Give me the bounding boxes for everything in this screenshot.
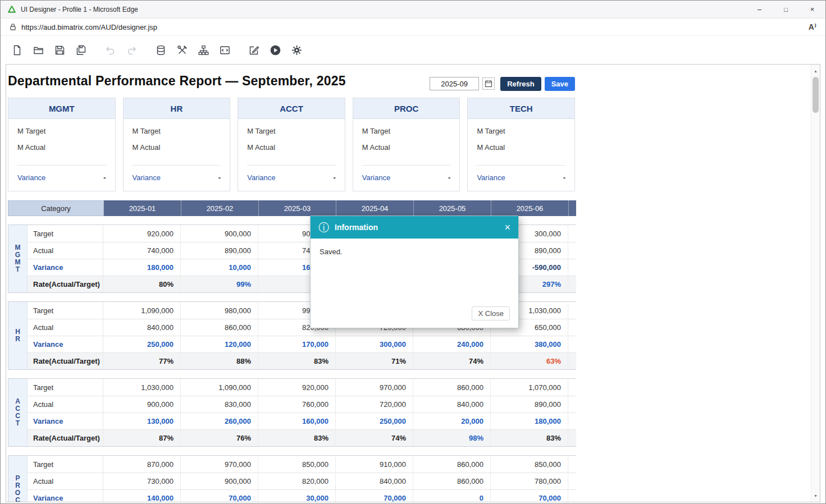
run-button[interactable] — [267, 42, 284, 58]
card-variance-label: Variance — [133, 173, 161, 182]
open-file-button[interactable] — [30, 42, 47, 58]
settings-button[interactable] — [288, 42, 305, 58]
row-label: Rate(Actual/Target) — [28, 353, 103, 369]
value-cell-clipped — [568, 353, 576, 369]
dialog-close-x-icon[interactable]: × — [504, 222, 510, 232]
maximize-button[interactable]: □ — [773, 1, 799, 18]
value-cell: 720,000 — [336, 396, 413, 413]
value-cell: 860,000 — [413, 473, 491, 489]
value-cell: 900,000 — [103, 396, 181, 413]
page-title: Departmental Performance Report — Septem… — [8, 74, 346, 89]
code-view-icon — [220, 45, 230, 56]
designer-toolbar — [1, 36, 825, 64]
redo-button[interactable] — [123, 42, 140, 58]
row-label: Actual — [28, 319, 103, 336]
value-cell: 250,000 — [103, 336, 181, 352]
vertical-scrollbar[interactable]: ▲ ▼ — [811, 65, 820, 502]
dept-card-title: PROC — [353, 98, 460, 119]
save-button[interactable]: Save — [545, 77, 575, 91]
value-cell: 1,090,000 — [181, 379, 258, 396]
row-label: Rate(Actual/Target) — [28, 276, 103, 292]
database-button[interactable] — [152, 42, 169, 58]
report-controls: Refresh Save — [430, 77, 575, 91]
scroll-thumb[interactable] — [813, 77, 819, 113]
value-cell: 180,000 — [103, 259, 181, 276]
value-cell: 130,000 — [103, 413, 181, 429]
row-label: Variance — [28, 413, 103, 429]
card-target-label: M Target — [477, 127, 505, 135]
card-variance-value: - — [448, 173, 450, 182]
redo-icon — [126, 45, 137, 56]
scroll-up-arrow-icon[interactable]: ▲ — [811, 66, 820, 75]
read-aloud-icon[interactable]: A⁾ — [809, 22, 816, 31]
content-area: Departmental Performance Report — Septem… — [6, 64, 820, 502]
value-cell: 140,000 — [103, 490, 181, 502]
card-variance-label: Variance — [247, 173, 275, 182]
report-month-input[interactable] — [430, 77, 479, 90]
address-bar[interactable]: https://aud.bimatrix.com/AUD/designer.js… — [1, 19, 825, 36]
value-cell: 860,000 — [181, 319, 258, 336]
scroll-down-arrow-icon[interactable]: ▼ — [811, 491, 820, 500]
row-label: Variance — [28, 490, 103, 502]
dept-card-proc: PROCM TargetM ActualVariance- — [353, 98, 460, 191]
refresh-button[interactable]: Refresh — [500, 77, 541, 91]
value-cell: 83% — [258, 353, 336, 369]
value-cell: 240,000 — [413, 336, 491, 352]
row-label: Target — [28, 456, 103, 473]
url-text[interactable]: https://aud.bimatrix.com/AUD/designer.js… — [21, 23, 809, 31]
value-cell: 890,000 — [181, 242, 258, 259]
undo-button[interactable] — [102, 42, 118, 58]
value-cell-clipped — [568, 490, 576, 502]
card-actual-label: M Actual — [133, 143, 161, 152]
dept-card-mgmt: MGMTM TargetM ActualVariance- — [8, 98, 116, 191]
edit-button[interactable] — [245, 42, 262, 58]
dialog-footer: X Close — [311, 306, 518, 328]
value-cell: 900,000 — [181, 225, 258, 242]
calendar-button[interactable] — [482, 77, 495, 90]
page-header: Departmental Performance Report — Septem… — [8, 71, 575, 90]
row-label: Target — [28, 379, 103, 396]
value-cell-clipped — [568, 456, 576, 473]
dept-label: MGMT — [8, 225, 28, 292]
run-icon — [270, 44, 281, 56]
save-button-toolbar[interactable] — [51, 42, 68, 58]
sitemap-button[interactable] — [195, 42, 212, 58]
value-cell: 10,000 — [181, 259, 258, 276]
value-cell-clipped — [568, 276, 576, 292]
table-row: Variance140,00070,00030,00070,000070,000 — [28, 489, 576, 502]
dialog-close-button[interactable]: X Close — [472, 306, 510, 320]
card-actual-label: M Actual — [17, 143, 45, 152]
value-cell: 83% — [491, 430, 568, 446]
value-cell: 970,000 — [336, 379, 413, 396]
minimize-button[interactable]: – — [746, 1, 773, 18]
save-all-button[interactable] — [72, 42, 89, 58]
card-variance-label: Variance — [17, 173, 45, 182]
new-document-button[interactable] — [8, 42, 25, 58]
value-cell: 76% — [181, 430, 258, 446]
value-cell-clipped — [568, 319, 576, 336]
card-variance-value: - — [218, 173, 221, 182]
value-cell: 840,000 — [336, 473, 413, 489]
value-cell: 380,000 — [491, 336, 568, 352]
value-cell: 780,000 — [491, 473, 568, 489]
category-header: Category — [8, 200, 104, 216]
value-cell: 83% — [258, 430, 336, 446]
card-variance-label: Variance — [477, 173, 505, 182]
card-actual-label: M Actual — [477, 143, 505, 152]
lock-icon — [10, 23, 16, 31]
value-cell: 840,000 — [103, 319, 181, 336]
table-row: Variance130,000260,000160,000250,00020,0… — [28, 413, 576, 429]
value-cell: 99% — [181, 276, 258, 292]
database-icon — [156, 45, 166, 56]
value-cell-clipped — [568, 336, 576, 352]
tools-button[interactable] — [174, 42, 190, 58]
value-cell: 1,090,000 — [103, 302, 181, 319]
value-cell: 70,000 — [181, 490, 258, 502]
window-title: UI Designer - Profile 1 - Microsoft Edge — [21, 6, 138, 13]
table-header-row: Category2025-012025-022025-032025-042025… — [8, 200, 576, 216]
close-button[interactable]: × — [799, 1, 825, 18]
table-row: Actual900,000830,000760,000720,000840,00… — [28, 396, 576, 413]
code-view-button[interactable] — [216, 42, 233, 58]
value-cell: 870,000 — [103, 456, 181, 473]
value-cell: 70,000 — [336, 490, 413, 502]
